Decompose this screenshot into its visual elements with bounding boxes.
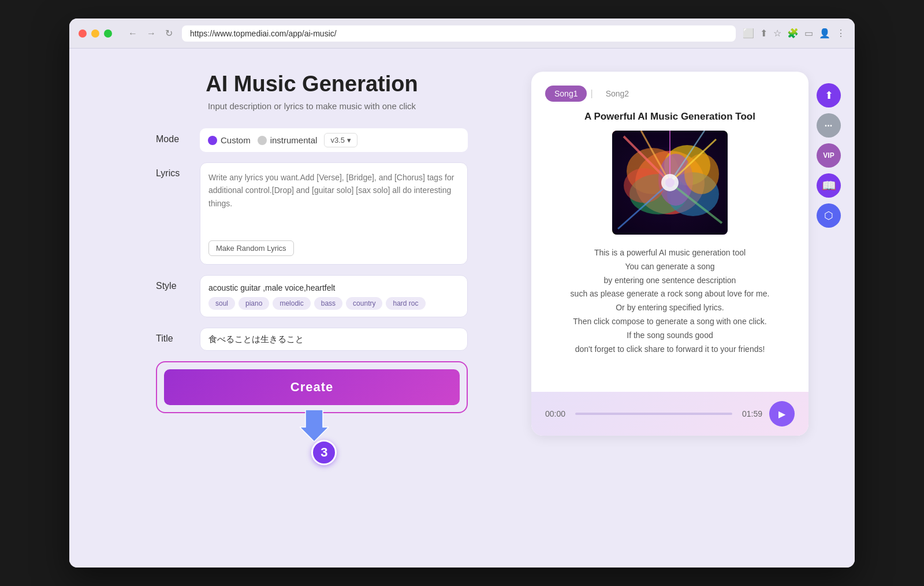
mode-label: Mode — [156, 128, 191, 144]
discord-icon: ⬡ — [824, 209, 833, 222]
cursor-wrapper — [300, 410, 329, 444]
style-tag[interactable]: hard roc — [386, 297, 425, 310]
style-box: soulpianomelodicbasscountryhard roc — [200, 275, 468, 317]
style-row: Style soulpianomelodicbasscountryhard ro… — [156, 275, 468, 317]
time-start: 00:00 — [545, 409, 568, 418]
custom-mode-option[interactable]: Custom — [208, 135, 251, 145]
vip-action-button[interactable]: VIP — [817, 143, 841, 168]
desc-line-3: by entering one sentence description — [545, 274, 795, 288]
svg-point-8 — [624, 168, 664, 203]
audio-player: 00:00 01:59 ▶ — [531, 392, 808, 436]
desc-line-6: Then click compose to generate a song wi… — [545, 315, 795, 329]
album-art-svg — [612, 131, 728, 235]
lyrics-box: Make Random Lyrics — [200, 162, 468, 265]
desc-line-1: This is a powerful AI music generation t… — [545, 246, 795, 260]
svg-point-18 — [665, 178, 675, 187]
page-title: AI Music Generation — [206, 72, 418, 97]
sidebar-icon[interactable]: ▭ — [804, 28, 813, 39]
instrumental-mode-option[interactable]: instrumental — [258, 135, 318, 145]
bookmark-icon[interactable]: ⬜ — [743, 28, 754, 39]
more-action-button[interactable]: ••• — [817, 113, 841, 138]
lyrics-textarea[interactable] — [208, 171, 459, 235]
book-icon: 📖 — [822, 179, 836, 192]
style-tags-container: soulpianomelodicbasscountryhard roc — [208, 297, 459, 310]
song1-tab[interactable]: Song1 — [545, 86, 587, 102]
progress-bar[interactable] — [575, 413, 732, 415]
share-browser-icon[interactable]: ⬆ — [760, 28, 767, 39]
instrumental-radio-dot — [258, 136, 267, 145]
custom-mode-label: Custom — [221, 135, 251, 145]
cursor-arrow-icon — [300, 410, 329, 442]
maximize-traffic-light[interactable] — [104, 29, 112, 38]
version-label: v3.5 — [330, 136, 345, 144]
mode-row: Mode Custom instrumental v3.5 — [156, 128, 468, 152]
random-lyrics-button[interactable]: Make Random Lyrics — [208, 240, 294, 256]
style-label: Style — [156, 275, 191, 291]
menu-icon[interactable]: ⋮ — [836, 28, 845, 39]
create-area: Create 3 — [156, 361, 468, 413]
desc-line-5: Or by entering specified lyrics. — [545, 301, 795, 315]
music-description: This is a powerful AI music generation t… — [545, 246, 795, 392]
share-up-icon: ⬆ — [825, 89, 833, 102]
back-button[interactable]: ← — [126, 25, 140, 41]
time-end: 01:59 — [739, 409, 762, 418]
browser-window: ← → ↻ ⬜ ⬆ ☆ 🧩 ▭ 👤 ⋮ AI Music Generation … — [69, 18, 855, 568]
star-icon[interactable]: ☆ — [773, 28, 781, 39]
step-3-circle: 3 — [311, 440, 337, 465]
music-card: Song1 | Song2 A Powerful AI Music Genera… — [531, 72, 808, 436]
svg-point-9 — [684, 154, 719, 194]
vip-label: VIP — [823, 151, 834, 160]
version-chevron-icon: ▾ — [347, 136, 351, 144]
traffic-lights — [79, 29, 112, 38]
music-card-title: A Powerful AI Music Generation Tool — [545, 111, 795, 123]
step-number: 3 — [321, 445, 327, 460]
share-action-button[interactable]: ⬆ — [817, 83, 841, 107]
song-tabs: Song1 | Song2 — [545, 86, 795, 102]
desc-line-4: such as please generate a rock song abou… — [545, 287, 795, 301]
song2-tab[interactable]: Song2 — [597, 86, 638, 102]
refresh-button[interactable]: ↻ — [163, 25, 175, 41]
url-bar[interactable] — [182, 25, 736, 42]
minimize-traffic-light[interactable] — [91, 29, 99, 38]
version-selector[interactable]: v3.5 ▾ — [324, 133, 357, 147]
instrumental-mode-label: instrumental — [270, 135, 318, 145]
form-container: Mode Custom instrumental v3.5 — [156, 128, 468, 413]
lyrics-row: Lyrics Make Random Lyrics — [156, 162, 468, 265]
style-tag[interactable]: piano — [239, 297, 269, 310]
discord-action-button[interactable]: ⬡ — [817, 203, 841, 228]
browser-actions: ⬜ ⬆ ☆ 🧩 ▭ 👤 ⋮ — [743, 28, 845, 39]
right-panel: Song1 | Song2 A Powerful AI Music Genera… — [531, 72, 808, 436]
account-icon[interactable]: 👤 — [819, 28, 830, 39]
custom-radio-dot — [208, 136, 217, 145]
browser-titlebar: ← → ↻ ⬜ ⬆ ☆ 🧩 ▭ 👤 ⋮ — [69, 18, 855, 49]
close-traffic-light[interactable] — [79, 29, 87, 38]
title-row: Title — [156, 328, 468, 351]
page-subtitle: Input description or lyrics to make musi… — [208, 101, 416, 111]
title-label: Title — [156, 328, 191, 344]
title-input[interactable] — [208, 335, 459, 344]
mode-options: Custom instrumental v3.5 ▾ — [200, 128, 468, 152]
style-tag[interactable]: melodic — [273, 297, 310, 310]
forward-button[interactable]: → — [144, 25, 158, 41]
dots-icon: ••• — [825, 123, 833, 129]
style-tag[interactable]: country — [346, 297, 382, 310]
browser-content: AI Music Generation Input description or… — [69, 49, 855, 568]
create-button[interactable]: Create — [164, 369, 460, 405]
style-input[interactable] — [208, 283, 459, 292]
side-actions: ⬆ ••• VIP 📖 ⬡ — [817, 83, 841, 228]
main-layout: AI Music Generation Input description or… — [116, 72, 808, 436]
book-action-button[interactable]: 📖 — [817, 173, 841, 198]
play-button[interactable]: ▶ — [769, 401, 795, 426]
tab-divider: | — [590, 88, 593, 99]
desc-line-2: You can generate a song — [545, 260, 795, 274]
desc-line-7: If the song sounds good — [545, 329, 795, 343]
play-icon: ▶ — [778, 409, 785, 420]
browser-nav: ← → ↻ — [126, 25, 175, 41]
album-art — [612, 131, 728, 235]
left-panel: AI Music Generation Input description or… — [116, 72, 508, 436]
puzzle-icon[interactable]: 🧩 — [787, 28, 799, 39]
style-tag[interactable]: soul — [208, 297, 235, 310]
style-tag[interactable]: bass — [314, 297, 342, 310]
title-box — [200, 328, 468, 351]
svg-marker-0 — [300, 410, 329, 442]
